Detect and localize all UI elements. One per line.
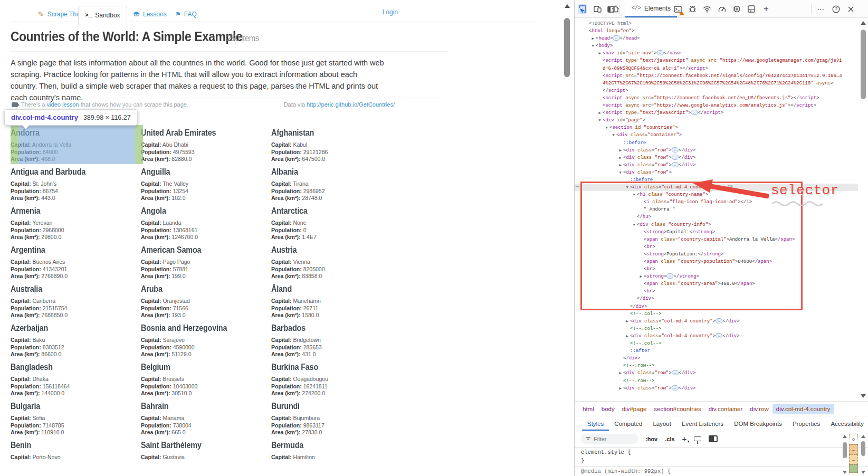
dom-node[interactable]: <script async src="https://www.google-an… [575, 102, 858, 109]
tab-properties[interactable]: Properties [787, 416, 825, 431]
expand-arrow-icon[interactable]: ▶ [638, 273, 644, 280]
scroll-down-arrow-icon[interactable] [843, 471, 847, 474]
collapse-arrow-icon[interactable]: ▼ [617, 169, 623, 176]
breadcrumb-body[interactable]: body [598, 404, 618, 414]
inspect-icon[interactable] [578, 4, 587, 14]
network-icon[interactable] [702, 4, 712, 14]
collapsed-content-ellipsis[interactable]: … [672, 155, 679, 160]
expand-arrow-icon[interactable]: ▶ [617, 154, 623, 161]
device-emulation-icon[interactable] [593, 4, 602, 14]
tab-layout[interactable]: Layout [647, 416, 676, 431]
close-icon[interactable] [846, 4, 855, 14]
collapsed-content-ellipsis[interactable]: … [666, 273, 673, 279]
home-icon[interactable] [611, 4, 620, 14]
dom-node[interactable]: <span class="country-population">84000</… [575, 258, 858, 265]
collapsed-content-ellipsis[interactable]: … [657, 50, 664, 55]
tab-dom-breakpoints[interactable]: DOM Breakpoints [729, 416, 787, 431]
tab-elements[interactable]: </> Elements [625, 0, 677, 17]
dom-node[interactable]: ▶<div class="col-md-4 country">…</div> [575, 318, 858, 325]
dom-node[interactable]: ::after [575, 347, 858, 355]
dom-node[interactable]: </div> [575, 295, 858, 302]
collapsed-content-ellipsis[interactable]: … [613, 35, 619, 41]
dom-node[interactable]: ▶<script type="text/javascript">…</scrip… [575, 109, 858, 117]
breadcrumb-html[interactable]: html [579, 404, 598, 414]
collapse-arrow-icon[interactable]: ▼ [631, 221, 637, 229]
nav-item-lessons[interactable]: Lessons [127, 6, 173, 22]
collapse-arrow-icon[interactable]: ▼ [604, 124, 609, 131]
scroll-up-arrow-icon[interactable] [843, 435, 847, 438]
collapse-arrow-icon[interactable]: ▼ [611, 131, 616, 139]
dom-tree-scrollbar-thumb[interactable] [861, 30, 866, 99]
console-icon[interactable] [673, 4, 682, 14]
collapsed-content-ellipsis[interactable]: … [691, 110, 698, 115]
collapse-arrow-icon[interactable]: ▼ [631, 191, 637, 198]
dom-node[interactable]: <br> [575, 265, 858, 273]
dom-node[interactable]: ▼<div class="country-info"> [575, 221, 858, 229]
collapsed-content-ellipsis[interactable]: … [672, 162, 679, 167]
nav-item-sandbox[interactable]: >_Sandbox [78, 6, 127, 25]
dom-node[interactable]: <!--.col--> [575, 340, 858, 347]
breadcrumb-div-row[interactable]: div.row [746, 404, 772, 414]
dom-node[interactable]: <span class="country-capital">Andorra la… [575, 236, 858, 243]
dom-node[interactable]: ▶<div class="row">…</div> [575, 154, 858, 161]
collapse-arrow-icon[interactable]: ▼ [624, 184, 630, 191]
dom-node[interactable]: <script async src="https://connect.faceb… [575, 94, 858, 102]
panel-scrollbar-thumb[interactable] [861, 441, 865, 456]
scroll-up-arrow-icon[interactable] [565, 4, 570, 8]
dom-node[interactable]: 4%2C77%2C67%2C109%2C59%2C58%2C31%2C96%2C… [575, 80, 858, 87]
dom-node[interactable]: <html lang="en"> [575, 27, 858, 35]
dom-node[interactable]: <!--.col--> [575, 310, 858, 318]
dom-node[interactable]: <script src="https://connect.facebook.ne… [575, 72, 858, 80]
scroll-down-arrow-icon[interactable] [861, 471, 865, 474]
dom-node[interactable]: <span class="country-area">468.0</span> [575, 280, 858, 288]
collapse-arrow-icon[interactable]: ▼ [590, 42, 596, 50]
page-scrollbar[interactable] [561, 0, 573, 476]
dom-node[interactable]: <br> [575, 243, 858, 251]
expand-arrow-icon[interactable]: ▶ [617, 369, 623, 377]
expand-arrow-icon[interactable]: ▶ [617, 161, 623, 169]
tab-event-listeners[interactable]: Event Listeners [676, 416, 729, 431]
expand-arrow-icon[interactable]: ▶ [597, 50, 603, 57]
performance-icon[interactable] [717, 4, 727, 14]
expand-arrow-icon[interactable]: ▶ [590, 35, 596, 42]
dom-node[interactable]: ▶<strong>…</strong> [575, 273, 858, 280]
video-lesson-link[interactable]: video lesson [47, 101, 79, 108]
dom-node[interactable]: <script type="text/javascript" async src… [575, 57, 858, 64]
issues-icon[interactable] [688, 4, 697, 14]
dom-node[interactable]: ▼<section id="countries"> [575, 124, 858, 131]
dom-node[interactable]: ▶<nav id="site-nav">…</nav> [575, 50, 858, 57]
expand-arrow-icon[interactable]: ▶ [597, 109, 603, 117]
more-tools-icon[interactable]: + [761, 4, 771, 14]
nav-item-faq[interactable]: ⚑FAQ [169, 6, 203, 22]
dom-node[interactable]: </h3> [575, 213, 858, 221]
dom-node[interactable]: ▼<div class="container"> [575, 131, 858, 139]
collapsed-content-ellipsis[interactable]: … [716, 318, 722, 323]
styles-scrollbar[interactable] [842, 434, 848, 476]
expand-arrow-icon[interactable]: ▶ [617, 147, 623, 154]
dom-node[interactable]: ▶<div class="col-md-4 country">…</div> [575, 332, 858, 340]
dom-node[interactable]: <strong>Population:</strong> [575, 251, 858, 258]
expand-arrow-icon[interactable]: ▶ [624, 332, 630, 340]
help-icon[interactable]: ? [831, 4, 841, 14]
tab-accessibility[interactable]: Accessibility [825, 416, 868, 431]
dom-node[interactable]: <strong>Capital:</strong> [575, 229, 858, 236]
dom-node[interactable]: " Andorra " [575, 206, 858, 213]
dom-node[interactable]: </script> [575, 87, 858, 94]
dom-node[interactable]: ▶<head>…</head> [575, 35, 858, 42]
tab-computed[interactable]: Computed [609, 416, 647, 431]
class-toggle[interactable]: .cls [665, 436, 674, 442]
data-source-link[interactable]: http://peric.github.io/GetCountries/ [307, 101, 395, 108]
dom-node[interactable]: ::before [575, 139, 858, 147]
dom-node[interactable]: </div> [575, 303, 858, 310]
breadcrumb-div-page[interactable]: div#page [618, 404, 651, 414]
dom-node[interactable]: ▶<div class="row">…</div> [575, 147, 858, 154]
application-icon[interactable] [747, 4, 756, 14]
scroll-up-arrow-icon[interactable] [861, 435, 865, 438]
panel-scrollbar[interactable] [860, 434, 866, 476]
more-options-icon[interactable]: ⋯ [816, 4, 826, 14]
dom-node[interactable]: ▼<div id="page"> [575, 117, 858, 124]
dom-node[interactable]: ▼<body> [575, 42, 858, 50]
breadcrumb-div-col-md-4-country[interactable]: div.col-md-4.country [772, 404, 834, 414]
styles-filter-input[interactable]: Filter [581, 434, 638, 444]
dom-node[interactable]: </div> [575, 355, 858, 362]
